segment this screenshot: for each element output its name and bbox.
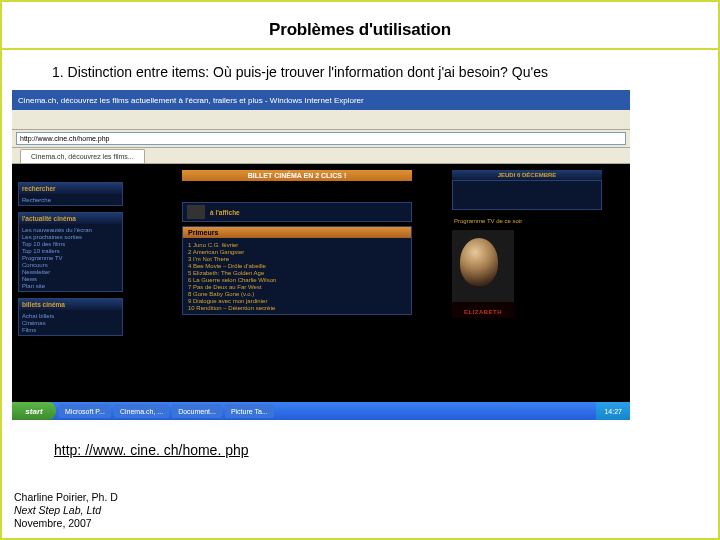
list-item[interactable]: 3 I'm Not There	[188, 255, 406, 262]
browser-tab[interactable]: Cinema.ch, découvrez les films...	[20, 149, 145, 163]
sidebar-box-billets: billets cinéma Achat billetsCinémasFilms	[18, 298, 123, 336]
list-item[interactable]: 9 Dialogue avec mon jardinier	[188, 297, 406, 304]
tab-label: Cinema.ch, découvrez les films...	[31, 153, 134, 160]
promo-banner[interactable]: BILLET CINÉMA EN 2 CLICS !	[182, 170, 412, 181]
sidebar-item[interactable]: Cinémas	[22, 319, 119, 326]
footer-date: Novembre, 2007	[14, 517, 118, 530]
footer-author: Charline Poirier, Ph. D	[14, 491, 118, 504]
billboard-thumb	[187, 205, 205, 219]
sidebar-item[interactable]: Top 10 trailers	[22, 247, 119, 254]
date-heading: JEUDI 6 DÉCEMBRE	[452, 170, 602, 180]
browser-toolbar[interactable]	[12, 110, 630, 130]
list-item[interactable]: 5 Elizabeth: The Golden Age	[188, 269, 406, 276]
list-item[interactable]: 4 Bee Movie – Drôle d'abeille	[188, 262, 406, 269]
sidebar-item[interactable]: Les nouveautés du l'écran	[22, 226, 119, 233]
tv-program: Programme TV de ce soir ELIZABETH	[452, 216, 602, 318]
right-column: JEUDI 6 DÉCEMBRE Programme TV de ce soir…	[452, 170, 602, 318]
sidebar-item[interactable]: Plan site	[22, 282, 119, 289]
source-url[interactable]: http: //www. cine. ch/home. php	[2, 420, 718, 464]
browser-screenshot: Cinema.ch, découvrez les films actuellem…	[12, 90, 630, 420]
footer-lab: Next Step Lab, Ltd	[14, 504, 118, 517]
list-item[interactable]: 2 American Gangster	[188, 248, 406, 255]
list-item[interactable]: 6 La Guerre selon Charlie Wilson	[188, 276, 406, 283]
address-input[interactable]: http://www.cine.ch/home.php	[16, 132, 626, 145]
sidebar-item[interactable]: Les prochaines sorties	[22, 233, 119, 240]
sidebar-item[interactable]: Achat billets	[22, 312, 119, 319]
sidebar-item[interactable]: Newsletter	[22, 268, 119, 275]
movie-poster[interactable]: ELIZABETH	[452, 230, 514, 318]
sidebar: rechercher Recherche l'actualité cinéma …	[18, 182, 123, 342]
sidebar-heading: billets cinéma	[19, 299, 122, 310]
sidebar-heading: rechercher	[19, 183, 122, 194]
window-title-text: Cinema.ch, découvrez les films actuellem…	[18, 96, 364, 105]
billboard-label: à l'affiche	[210, 209, 240, 216]
window-titlebar: Cinema.ch, découvrez les films actuellem…	[12, 90, 630, 110]
sidebar-item[interactable]: Recherche	[22, 196, 119, 203]
taskbar-item[interactable]: Cinema.ch, ...	[114, 404, 169, 418]
address-bar-row: http://www.cine.ch/home.php	[12, 130, 630, 148]
billboard-row: à l'affiche	[182, 202, 412, 222]
tv-heading: Programme TV de ce soir	[452, 216, 602, 226]
sidebar-item[interactable]: Programme TV	[22, 254, 119, 261]
start-button[interactable]: start	[12, 402, 56, 420]
taskbar-item[interactable]: Document...	[172, 404, 222, 418]
sidebar-box-search: rechercher Recherche	[18, 182, 123, 206]
slide-title: Problèmes d'utilisation	[2, 2, 718, 50]
list-item[interactable]: 7 Pas de Deux au Far West	[188, 283, 406, 290]
poster-title: ELIZABETH	[452, 309, 514, 315]
main-column: BILLET CINÉMA EN 2 CLICS !	[182, 170, 412, 185]
sidebar-heading: l'actualité cinéma	[19, 213, 122, 224]
sidebar-item[interactable]: Top 10 des films	[22, 240, 119, 247]
system-tray[interactable]: 14:27	[596, 402, 630, 420]
bullet-text: 1. Distinction entre items: Où puis-je t…	[2, 52, 718, 90]
list-item[interactable]: 1 Juno C.G. février	[188, 241, 406, 248]
date-box	[452, 180, 602, 210]
sidebar-item[interactable]: Concours	[22, 261, 119, 268]
tab-bar: Cinema.ch, découvrez les films...	[12, 148, 630, 164]
page-content: rechercher Recherche l'actualité cinéma …	[12, 164, 630, 402]
tray-clock: 14:27	[604, 408, 622, 415]
main-block-primeurs: Primeurs 1 Juno C.G. février2 American G…	[182, 226, 412, 315]
slide-footer: Charline Poirier, Ph. D Next Step Lab, L…	[14, 491, 118, 530]
sidebar-box-actu: l'actualité cinéma Les nouveautés du l'é…	[18, 212, 123, 292]
block-heading: Primeurs	[183, 227, 411, 238]
address-text: http://www.cine.ch/home.php	[20, 135, 110, 142]
windows-taskbar: start Microsoft P... Cinema.ch, ... Docu…	[12, 402, 630, 420]
taskbar-item[interactable]: Picture Ta...	[225, 404, 274, 418]
sidebar-item[interactable]: News	[22, 275, 119, 282]
list-item[interactable]: 8 Gone Baby Gone (v.o.)	[188, 290, 406, 297]
taskbar-item[interactable]: Microsoft P...	[59, 404, 111, 418]
list-item[interactable]: 10 Rendition – Détention secrète	[188, 304, 406, 311]
sidebar-item[interactable]: Films	[22, 326, 119, 333]
